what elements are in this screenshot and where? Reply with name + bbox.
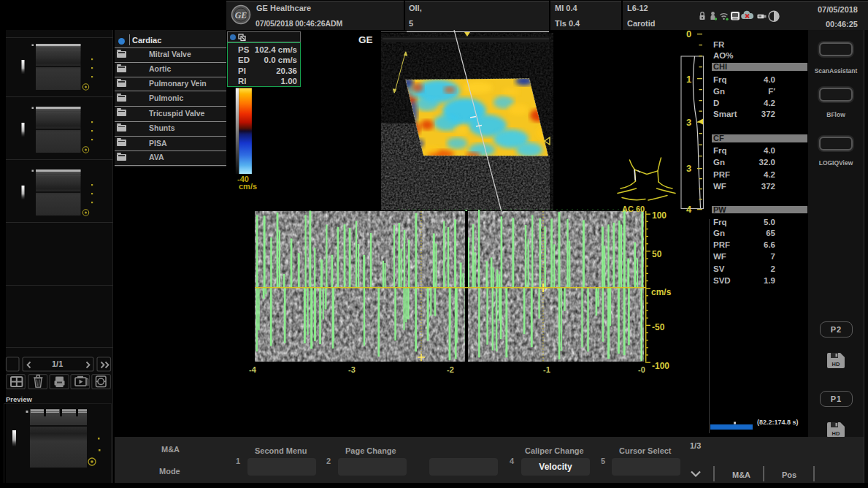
svg-text:G​E: G​E <box>235 10 247 20</box>
svg-text:HD: HD <box>832 430 840 437</box>
svg-text:HD: HD <box>832 361 840 367</box>
